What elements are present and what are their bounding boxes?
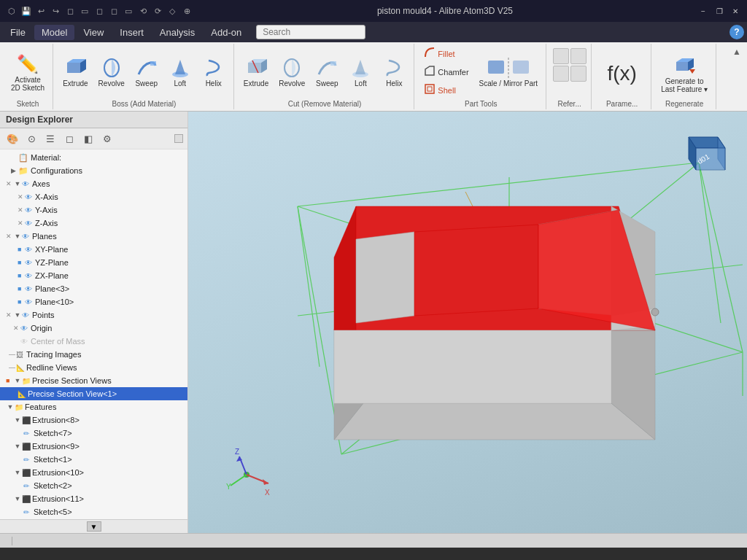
tree-item-points[interactable]: ✕ ▼ 👁 Points — [0, 308, 187, 322]
tb-btn8[interactable]: ◇ — [166, 5, 178, 17]
cut-extrude-button[interactable]: Extrude — [240, 54, 272, 90]
cut-helix-button[interactable]: Helix — [379, 54, 409, 90]
design-explorer-title: Design Explorer — [0, 112, 187, 128]
tree-item-features[interactable]: ▼ 📁 Features — [0, 400, 187, 413]
tree-item-precise-section-views[interactable]: ■ ▼ 📁 Precise Section Views — [0, 374, 187, 387]
tree-item-extrusion9[interactable]: ▼ ⬛ Extrusion<9> — [0, 440, 187, 453]
com-label: Center of Mass — [31, 337, 85, 346]
tree-item-redline-views[interactable]: — 📐 Redline Views — [0, 361, 187, 374]
sketch2-label: Sketch<2> — [34, 481, 72, 490]
boss-sweep-button[interactable]: Sweep — [131, 54, 162, 90]
tb-btn1[interactable]: ◻ — [64, 5, 76, 17]
scroll-down-button[interactable]: ▼ — [87, 521, 101, 532]
extrusion9-label: Extrusion<9> — [32, 442, 80, 451]
ref-btn3[interactable] — [553, 66, 569, 82]
shell-button[interactable]: Shell — [420, 82, 472, 98]
ribbon-collapse-button[interactable]: ▲ — [729, 44, 744, 109]
orientation-cube[interactable]: d01 — [674, 126, 732, 184]
redo-icon[interactable]: ↪ — [50, 5, 61, 17]
sidebar-split-btn[interactable]: ◧ — [80, 131, 96, 147]
cut-revolve-button[interactable]: Revolve — [275, 54, 309, 90]
tree-item-plane3[interactable]: ■ 👁 Plane<3> — [0, 282, 187, 295]
tree-item-sketch2[interactable]: ✏ Sketch<2> — [0, 479, 187, 492]
menu-insert[interactable]: Insert — [112, 25, 151, 40]
tree-item-xaxis[interactable]: ✕ 👁 X-Axis — [0, 190, 187, 203]
menu-view[interactable]: View — [76, 25, 111, 40]
tb-btn2[interactable]: ▭ — [79, 5, 90, 17]
chamfer-button[interactable]: Chamfer — [420, 63, 472, 80]
boss-helix-button[interactable]: Helix — [198, 54, 229, 90]
tb-btn6[interactable]: ⟲ — [137, 5, 149, 17]
tree-item-psv1[interactable]: 📐 Precise Section View<1> — [0, 387, 187, 400]
ref-btn4[interactable] — [570, 66, 587, 82]
boss-extrude-button[interactable]: Extrude — [59, 54, 91, 90]
help-button[interactable]: ? — [729, 25, 744, 39]
tree-item-zaxis[interactable]: ✕ 👁 Z-Axis — [0, 217, 187, 230]
menu-addon[interactable]: Add-on — [204, 25, 249, 40]
tb-btn7[interactable]: ⟳ — [152, 5, 163, 17]
tree-item-planes[interactable]: ✕ ▼ 👁 Planes — [0, 230, 187, 243]
tb-btn3[interactable]: ◻ — [93, 5, 105, 17]
tree-item-tracing-images[interactable]: — 🖼 Tracing Images — [0, 348, 187, 361]
tree-item-yzplane[interactable]: ■ 👁 YZ-Plane — [0, 256, 187, 269]
cut-sweep-button[interactable]: Sweep — [311, 54, 342, 90]
configurations-arrow: ▶ — [9, 167, 18, 174]
svg-rect-21 — [676, 62, 688, 71]
sidebar-scroll-up[interactable] — [174, 134, 183, 143]
tree-item-sketch7[interactable]: ✏ Sketch<7> — [0, 427, 187, 440]
sidebar-list-btn[interactable]: ☰ — [42, 131, 58, 147]
tree-item-extrusion8[interactable]: ▼ ⬛ Extrusion<8> — [0, 413, 187, 427]
tree-item-sketch5[interactable]: ✏ Sketch<5> — [0, 505, 187, 518]
tree-item-extrusion10[interactable]: ▼ ⬛ Extrusion<10> — [0, 466, 187, 479]
menu-analysis[interactable]: Analysis — [152, 25, 202, 40]
sidebar-circle-btn[interactable]: ⊙ — [23, 131, 39, 147]
close-button[interactable]: ✕ — [729, 5, 741, 17]
boss-revolve-label: Revolve — [98, 79, 125, 88]
minimize-button[interactable]: − — [697, 5, 709, 17]
cut-sweep-label: Sweep — [316, 79, 338, 88]
boss-loft-button[interactable]: Loft — [165, 54, 196, 90]
menu-file[interactable]: File — [3, 25, 33, 40]
cut-loft-button[interactable]: Loft — [345, 54, 376, 90]
scale-mirror-button[interactable]: Scale / Mirror Part — [476, 54, 542, 90]
ref-btn2[interactable] — [570, 48, 587, 64]
tree-item-extrusion11[interactable]: ▼ ⬛ Extrusion<11> — [0, 492, 187, 505]
sidebar-gear-btn[interactable]: ⚙ — [99, 131, 115, 147]
tree-item-sketch1[interactable]: ✏ Sketch<1> — [0, 453, 187, 466]
undo-icon[interactable]: ↩ — [35, 5, 47, 17]
tb-btn9[interactable]: ⊕ — [181, 5, 193, 17]
activate-2d-sketch-button[interactable]: ✏️ Activate2D Sketch — [7, 50, 48, 94]
3d-viewport[interactable]: d01 X Y Z — [188, 112, 747, 533]
tree-item-origin[interactable]: ✕ 👁 Origin — [0, 322, 187, 335]
tree-item-material[interactable]: 📋 Material: — [0, 151, 187, 164]
boss-revolve-button[interactable]: Revolve — [95, 54, 128, 90]
boss-loft-label: Loft — [174, 79, 186, 88]
search-input[interactable] — [256, 25, 365, 39]
svg-marker-43 — [356, 232, 414, 323]
svg-rect-18 — [488, 61, 504, 74]
tree-item-zxplane[interactable]: ■ 👁 ZX-Plane — [0, 269, 187, 282]
ref-btn1[interactable] — [553, 48, 569, 64]
menu-model[interactable]: Model — [34, 25, 74, 40]
fillet-button[interactable]: Fillet — [420, 45, 472, 62]
tree-item-plane10[interactable]: ■ 👁 Plane<10> — [0, 295, 187, 308]
origin-label: Origin — [31, 324, 52, 332]
sidebar-color-btn[interactable]: 🎨 — [4, 131, 20, 147]
sidebar-toolbar: 🎨 ⊙ ☰ ◻ ◧ ⚙ — [0, 128, 187, 149]
tree-item-axes[interactable]: ✕ ▼ 👁 Axes — [0, 177, 187, 190]
maximize-button[interactable]: ❐ — [713, 5, 725, 17]
tree-item-configurations[interactable]: ▶ 📁 Configurations — [0, 164, 187, 177]
tree-item-xyplane[interactable]: ■ 👁 XY-Plane — [0, 243, 187, 256]
svg-marker-58 — [263, 479, 268, 485]
quick-save-icon[interactable]: 💾 — [20, 5, 32, 17]
shell-icon — [424, 83, 436, 97]
window-controls[interactable]: − ❐ ✕ — [697, 5, 741, 17]
main-area: Design Explorer 🎨 ⊙ ☰ ◻ ◧ ⚙ 📋 Material: … — [0, 112, 747, 533]
tb-btn5[interactable]: ▭ — [123, 5, 134, 17]
tree-item-center-of-mass[interactable]: 👁 Center of Mass — [0, 335, 187, 348]
tb-btn4[interactable]: ◻ — [108, 5, 120, 17]
sidebar-box-btn[interactable]: ◻ — [61, 131, 77, 147]
equation-editor-button[interactable]: f(x) — [607, 62, 636, 85]
generate-last-feature-button[interactable]: Generate toLast Feature ▾ — [657, 52, 711, 96]
tree-item-yaxis[interactable]: ✕ 👁 Y-Axis — [0, 203, 187, 217]
